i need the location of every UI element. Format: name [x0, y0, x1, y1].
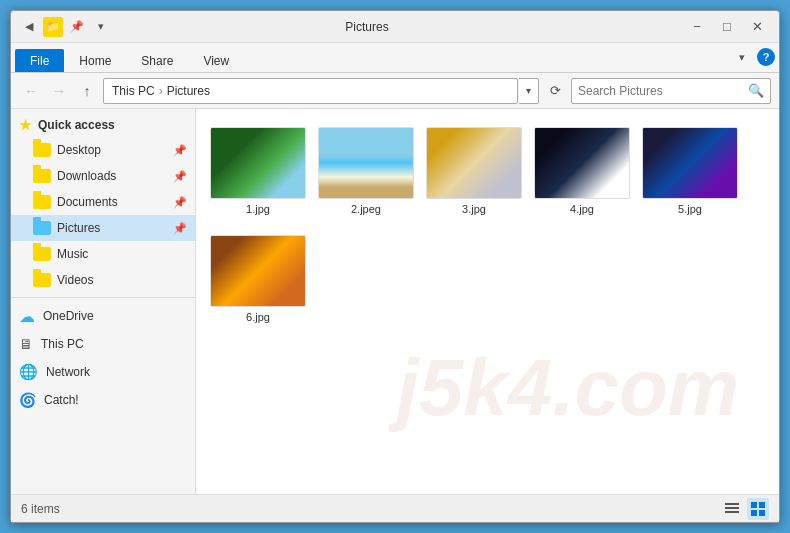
tab-home[interactable]: Home: [64, 49, 126, 72]
videos-folder-icon: [33, 273, 51, 287]
svg-rect-3: [751, 502, 757, 508]
help-button[interactable]: ?: [757, 48, 775, 66]
address-bar: ← → ↑ This PC › Pictures ▾ ⟳ 🔍: [11, 73, 779, 109]
file-thumb-1jpg: [210, 127, 306, 199]
title-bar: ◀ 📁 📌 ▾ Pictures − □ ✕: [11, 11, 779, 43]
file-name-2jpeg: 2.jpeg: [351, 203, 381, 215]
back-history-icon[interactable]: ◀: [19, 17, 39, 37]
documents-label: Documents: [57, 195, 118, 209]
content-area: ★ Quick access Desktop 📌 Downloads 📌 Doc…: [11, 109, 779, 494]
file-name-3jpg: 3.jpg: [462, 203, 486, 215]
pictures-folder-icon: [33, 221, 51, 235]
sidebar-item-thispc[interactable]: 🖥 This PC: [11, 330, 195, 358]
file-area: j5k4.com 1.jpg 2.jpeg 3.jpg 4.jpg: [196, 109, 779, 494]
sidebar-item-pictures[interactable]: Pictures 📌: [11, 215, 195, 241]
svg-rect-0: [725, 503, 739, 505]
onedrive-label: OneDrive: [43, 309, 94, 323]
close-button[interactable]: ✕: [743, 16, 771, 38]
onedrive-icon: ☁: [19, 307, 35, 326]
catch-label: Catch!: [44, 393, 79, 407]
sidebar-item-music[interactable]: Music: [11, 241, 195, 267]
forward-button[interactable]: →: [47, 79, 71, 103]
file-name-4jpg: 4.jpg: [570, 203, 594, 215]
file-thumb-6jpg: [210, 235, 306, 307]
file-thumb-2jpeg: [318, 127, 414, 199]
search-icon[interactable]: 🔍: [748, 83, 764, 98]
desktop-label: Desktop: [57, 143, 101, 157]
sidebar-item-network[interactable]: 🌐 Network: [11, 358, 195, 386]
file-item-3jpg[interactable]: 3.jpg: [424, 121, 524, 221]
svg-rect-4: [759, 502, 765, 508]
minimize-button[interactable]: −: [683, 16, 711, 38]
svg-rect-5: [751, 510, 757, 516]
thispc-icon: 🖥: [19, 336, 33, 352]
thispc-label: This PC: [41, 337, 84, 351]
file-thumb-5jpg: [642, 127, 738, 199]
catch-icon: 🌀: [19, 392, 36, 408]
network-label: Network: [46, 365, 90, 379]
grid-view-icon: [750, 501, 766, 517]
quick-access-header[interactable]: ★ Quick access: [11, 113, 195, 137]
window-title: Pictures: [51, 20, 683, 34]
downloads-label: Downloads: [57, 169, 116, 183]
quick-access-label: Quick access: [38, 118, 115, 132]
search-box[interactable]: 🔍: [571, 78, 771, 104]
up-button[interactable]: ↑: [75, 79, 99, 103]
music-folder-icon: [33, 247, 51, 261]
ribbon-tabs: File Home Share View ▾ ?: [11, 43, 779, 73]
sidebar-item-desktop[interactable]: Desktop 📌: [11, 137, 195, 163]
svg-rect-6: [759, 510, 765, 516]
sidebar-divider-1: [11, 297, 195, 298]
sidebar: ★ Quick access Desktop 📌 Downloads 📌 Doc…: [11, 109, 196, 494]
list-view-icon: [724, 501, 740, 517]
star-icon: ★: [19, 117, 32, 133]
list-view-button[interactable]: [721, 498, 743, 520]
file-grid: 1.jpg 2.jpeg 3.jpg 4.jpg 5.jpg: [208, 121, 767, 329]
chevron-down-icon[interactable]: ▾: [731, 46, 753, 68]
explorer-window: ◀ 📁 📌 ▾ Pictures − □ ✕ File Home Share V…: [10, 10, 780, 523]
item-count: 6 items: [21, 502, 60, 516]
file-name-1jpg: 1.jpg: [246, 203, 270, 215]
pictures-label: Pictures: [57, 221, 100, 235]
file-name-6jpg: 6.jpg: [246, 311, 270, 323]
sidebar-item-onedrive[interactable]: ☁ OneDrive: [11, 302, 195, 330]
view-toggle: [721, 498, 769, 520]
file-item-6jpg[interactable]: 6.jpg: [208, 229, 308, 329]
sidebar-item-downloads[interactable]: Downloads 📌: [11, 163, 195, 189]
path-dropdown[interactable]: ▾: [519, 78, 539, 104]
address-path[interactable]: This PC › Pictures: [103, 78, 518, 104]
file-item-1jpg[interactable]: 1.jpg: [208, 121, 308, 221]
path-pictures[interactable]: Pictures: [167, 84, 210, 98]
svg-rect-1: [725, 507, 739, 509]
file-item-4jpg[interactable]: 4.jpg: [532, 121, 632, 221]
music-label: Music: [57, 247, 88, 261]
watermark: j5k4.com: [397, 342, 739, 434]
file-item-2jpeg[interactable]: 2.jpeg: [316, 121, 416, 221]
file-item-5jpg[interactable]: 5.jpg: [640, 121, 740, 221]
path-separator: ›: [159, 84, 163, 98]
pin-icon-pictures: 📌: [173, 222, 187, 235]
tab-view[interactable]: View: [188, 49, 244, 72]
network-icon: 🌐: [19, 363, 38, 381]
pin-icon-desktop: 📌: [173, 144, 187, 157]
search-input[interactable]: [578, 84, 744, 98]
back-button[interactable]: ←: [19, 79, 43, 103]
desktop-folder-icon: [33, 143, 51, 157]
grid-view-button[interactable]: [747, 498, 769, 520]
file-thumb-4jpg: [534, 127, 630, 199]
documents-folder-icon: [33, 195, 51, 209]
pin-icon-downloads: 📌: [173, 170, 187, 183]
sidebar-item-documents[interactable]: Documents 📌: [11, 189, 195, 215]
videos-label: Videos: [57, 273, 93, 287]
downloads-folder-icon: [33, 169, 51, 183]
status-bar: 6 items: [11, 494, 779, 522]
window-controls: − □ ✕: [683, 16, 771, 38]
path-pc[interactable]: This PC: [112, 84, 155, 98]
tab-share[interactable]: Share: [126, 49, 188, 72]
refresh-button[interactable]: ⟳: [543, 79, 567, 103]
maximize-button[interactable]: □: [713, 16, 741, 38]
sidebar-item-catch[interactable]: 🌀 Catch!: [11, 386, 195, 414]
tab-file[interactable]: File: [15, 49, 64, 72]
file-thumb-3jpg: [426, 127, 522, 199]
sidebar-item-videos[interactable]: Videos: [11, 267, 195, 293]
